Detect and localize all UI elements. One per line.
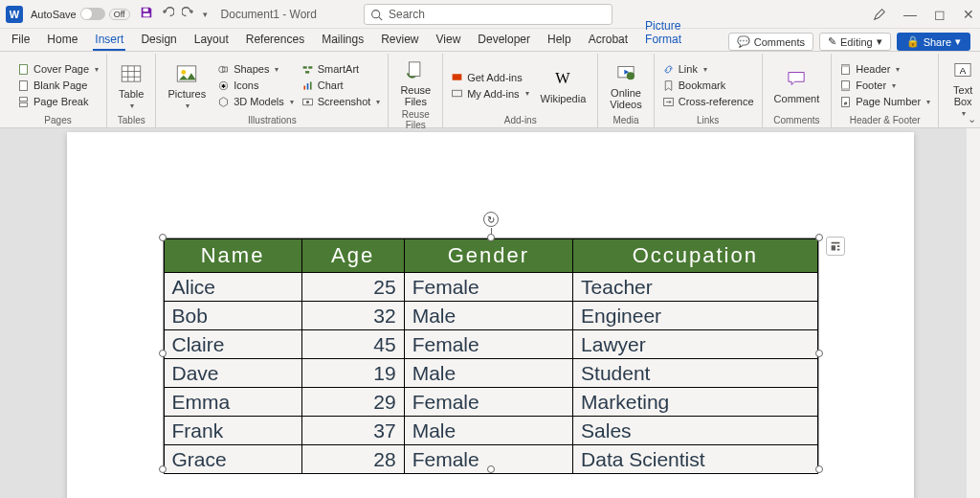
tab-acrobat[interactable]: Acrobat [587, 30, 630, 51]
cell: 25 [301, 273, 404, 302]
icons-button[interactable]: ✱Icons [215, 79, 296, 93]
screenshot-button[interactable]: Screenshot [300, 95, 383, 109]
cell: Data Scientist [573, 445, 817, 474]
group-reuse-files: Reuse Files Reuse Files [389, 54, 443, 127]
resize-handle-ne[interactable] [815, 234, 823, 241]
header-button[interactable]: Header [837, 62, 932, 77]
save-icon[interactable] [140, 6, 153, 22]
smartart-label: SmartArt [318, 63, 359, 75]
svg-rect-6 [19, 97, 27, 101]
resize-handle-w[interactable] [159, 350, 167, 357]
tab-view[interactable]: View [434, 30, 463, 51]
svg-rect-20 [308, 66, 312, 68]
cover-page-button[interactable]: Cover Page [15, 62, 100, 77]
document-canvas[interactable]: ↻ Name Age Gender Occupation Alice25F [0, 128, 980, 498]
close-button[interactable]: ✕ [963, 7, 974, 22]
footer-button[interactable]: Footer [837, 79, 932, 93]
cell: Grace [164, 445, 301, 474]
svg-rect-4 [19, 64, 27, 74]
svg-rect-37 [842, 87, 850, 89]
tab-help[interactable]: Help [546, 30, 573, 51]
comments-button[interactable]: 💬 Comments [728, 33, 813, 51]
chart-button[interactable]: Chart [300, 79, 383, 93]
tab-insert[interactable]: Insert [93, 30, 125, 51]
page-number-button[interactable]: #Page Number [837, 95, 932, 109]
online-videos-button[interactable]: Online Videos [604, 56, 647, 115]
share-button[interactable]: 🔒 Share ▾ [897, 33, 970, 51]
col-occupation: Occupation [573, 239, 817, 273]
page[interactable]: ↻ Name Age Gender Occupation Alice25F [67, 132, 914, 498]
resize-handle-nw[interactable] [159, 234, 167, 241]
selected-picture-frame[interactable]: ↻ Name Age Gender Occupation Alice25F [163, 238, 819, 469]
rotate-handle-icon[interactable]: ↻ [483, 212, 499, 227]
collapse-ribbon-icon[interactable]: ⌄ [968, 113, 976, 125]
editing-mode-button[interactable]: ✎ Editing ▾ [819, 33, 891, 51]
table-button[interactable]: Table [113, 56, 149, 115]
comment-icon [784, 66, 809, 91]
undo-icon[interactable] [161, 6, 174, 22]
resize-handle-se[interactable] [815, 465, 823, 473]
screenshot-label: Screenshot [318, 96, 371, 107]
col-age: Age [301, 239, 404, 273]
layout-options-icon[interactable] [826, 237, 845, 256]
resize-handle-s[interactable] [487, 465, 495, 473]
tab-references[interactable]: References [244, 30, 306, 51]
text-box-icon: A [950, 57, 975, 82]
col-gender: Gender [404, 239, 572, 273]
tab-design[interactable]: Design [139, 30, 178, 51]
cell: Female [404, 330, 572, 359]
qat-dropdown-icon[interactable]: ▾ [203, 10, 208, 19]
tab-file[interactable]: File [10, 30, 32, 51]
online-videos-label: Online Videos [610, 87, 641, 110]
table-label: Table [119, 88, 144, 100]
cross-reference-button[interactable]: Cross-reference [660, 95, 756, 109]
redo-icon[interactable] [182, 6, 195, 22]
3d-models-button[interactable]: 3D Models [215, 95, 296, 109]
comment-label: Comment [774, 93, 820, 104]
get-addins-button[interactable]: Get Add-ins [449, 70, 530, 84]
autosave-toggle[interactable]: AutoSave Off [31, 8, 130, 20]
comment-button[interactable]: Comment [768, 56, 826, 115]
my-addins-button[interactable]: My Add-ins [449, 86, 530, 101]
svg-rect-29 [453, 90, 462, 97]
maximize-button[interactable]: ◻ [934, 7, 946, 22]
reuse-files-button[interactable]: Reuse Files [394, 56, 436, 109]
link-button[interactable]: Link [660, 62, 756, 77]
blank-page-label: Blank Page [33, 79, 87, 91]
group-header-footer: Header Footer #Page Number Header & Foot… [832, 54, 939, 127]
svg-line-3 [379, 16, 382, 19]
tab-home[interactable]: Home [45, 30, 79, 51]
smartart-button[interactable]: SmartArt [300, 62, 383, 77]
reuse-files-label: Reuse Files [400, 84, 431, 107]
toggle-off-icon[interactable] [80, 8, 105, 20]
search-icon [370, 9, 383, 21]
share-label: Share [924, 36, 951, 48]
tab-developer[interactable]: Developer [476, 30, 532, 51]
svg-rect-1 [143, 13, 149, 17]
shapes-button[interactable]: Shapes [215, 62, 296, 77]
group-media: Online Videos Media [598, 54, 654, 127]
search-input[interactable]: Search [364, 4, 612, 25]
vertical-scrollbar[interactable] [967, 128, 980, 498]
svg-rect-21 [305, 71, 309, 73]
tab-picture-format[interactable]: Picture Format [643, 16, 715, 51]
resize-handle-n[interactable] [487, 234, 495, 241]
tab-layout[interactable]: Layout [192, 30, 231, 51]
wikipedia-button[interactable]: W Wikipedia [535, 56, 592, 115]
comments-group-label: Comments [768, 115, 826, 127]
tab-mailings[interactable]: Mailings [320, 30, 366, 51]
blank-page-button[interactable]: Blank Page [15, 79, 100, 93]
resize-handle-sw[interactable] [159, 465, 167, 473]
text-box-button[interactable]: A Text Box [945, 56, 980, 120]
svg-rect-27 [410, 62, 420, 77]
tab-review[interactable]: Review [379, 30, 420, 51]
page-break-button[interactable]: Page Break [15, 95, 100, 109]
bookmark-button[interactable]: Bookmark [660, 79, 756, 93]
resize-handle-e[interactable] [815, 350, 823, 357]
svg-point-14 [182, 69, 187, 74]
pictures-button[interactable]: Pictures [162, 56, 212, 115]
addins-group-label: Add-ins [449, 115, 591, 127]
group-comments: Comment Comments [763, 54, 833, 127]
pen-icon[interactable] [873, 8, 886, 21]
minimize-button[interactable]: — [903, 7, 917, 22]
